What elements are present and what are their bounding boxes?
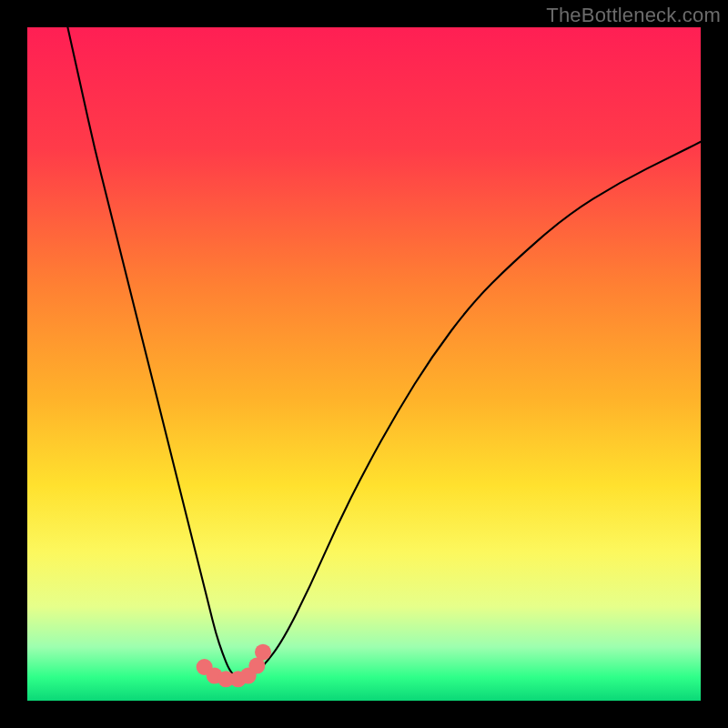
- plot-area: [27, 27, 701, 701]
- watermark-text: TheBottleneck.com: [546, 4, 721, 27]
- bottleneck-chart: [27, 27, 701, 701]
- gradient-background: [27, 27, 701, 701]
- marker-bottom-markers: [255, 644, 271, 661]
- chart-frame: TheBottleneck.com: [0, 0, 728, 728]
